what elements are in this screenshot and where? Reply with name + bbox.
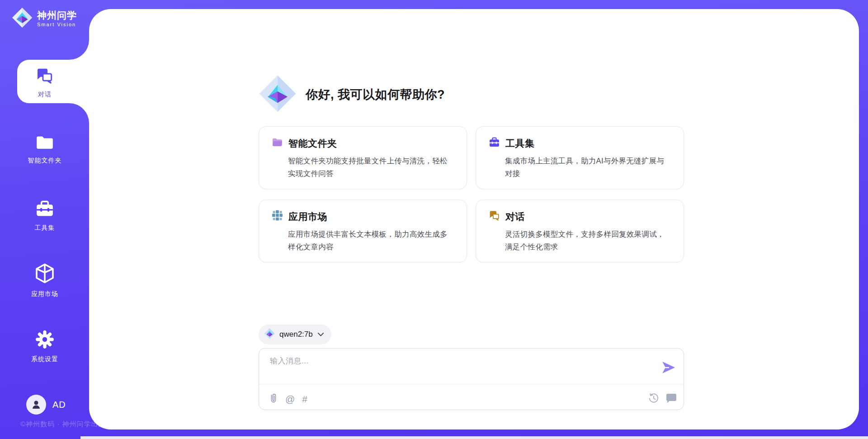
card-app-market[interactable]: 应用市场 应用市场提供丰富长文本模板，助力高效生成多样化文章内容: [259, 200, 467, 262]
greeting-block: 你好, 我可以如何帮助你?: [259, 75, 445, 115]
card-title: 智能文件夹: [288, 137, 337, 150]
avatar: [26, 395, 46, 415]
greeting-text: 你好, 我可以如何帮助你?: [306, 86, 445, 103]
sidebar-item-chat[interactable]: 对话: [0, 67, 90, 99]
message-composer: @ #: [259, 348, 684, 410]
brand-diamond-logo: [12, 7, 33, 30]
folder-card-icon: [272, 137, 283, 150]
history-icon[interactable]: [648, 393, 659, 406]
card-title: 对话: [505, 210, 525, 223]
card-description: 应用市场提供丰富长文本模板，助力高效生成多样化文章内容: [288, 228, 454, 253]
model-name: qwen2:7b: [279, 330, 313, 339]
composer-divider: [259, 384, 684, 384]
grid-card-icon: [272, 210, 283, 223]
sidebar-item-app-market[interactable]: 应用市场: [0, 263, 90, 298]
card-title: 应用市场: [288, 210, 327, 223]
sidebar-item-label: 工具集: [35, 224, 55, 232]
card-description: 集成市场上主流工具，助力AI与外界无缝扩展与对接: [505, 154, 671, 180]
chat-card-icon: [489, 210, 500, 223]
message-input[interactable]: [269, 355, 651, 381]
sidebar-item-smart-folder[interactable]: 智能文件夹: [0, 134, 90, 165]
paperclip-icon[interactable]: [269, 393, 278, 406]
user-name: AD: [52, 400, 66, 410]
cube-icon: [35, 263, 55, 286]
main-panel: 你好, 我可以如何帮助你? 智能文件夹 智能文件夹功能支持批量文件上传与清洗，轻…: [89, 9, 859, 429]
card-toolset[interactable]: 工具集 集成市场上主流工具，助力AI与外界无缝扩展与对接: [476, 126, 684, 189]
brand-diamond-logo: [259, 75, 297, 115]
card-chat[interactable]: 对话 灵活切换多模型文件，支持多样回复效果调试，满足个性化需求: [476, 200, 684, 262]
sidebar-item-settings[interactable]: 系统设置: [0, 330, 90, 363]
folder-icon: [35, 134, 54, 152]
composer-toolbar-left: @ #: [269, 393, 307, 406]
send-icon[interactable]: [661, 360, 676, 375]
brand-name: 神州问学: [37, 10, 77, 20]
card-description: 灵活切换多模型文件，支持多样回复效果调试，满足个性化需求: [505, 228, 671, 253]
sidebar-item-label: 应用市场: [31, 290, 58, 298]
bottom-edge-strip: [80, 436, 868, 439]
sidebar-item-label: 系统设置: [31, 355, 58, 363]
toolbox-card-icon: [489, 137, 500, 150]
card-title: 工具集: [505, 137, 535, 150]
sidebar-item-label: 智能文件夹: [28, 157, 62, 165]
brand-subtitle: Smart Vision: [37, 22, 77, 27]
chat-icon: [36, 67, 54, 86]
composer-toolbar-right: [648, 393, 677, 406]
toolbox-icon: [35, 200, 54, 220]
mention-icon[interactable]: @: [285, 393, 295, 405]
card-description: 智能文件夹功能支持批量文件上传与清洗，轻松实现文件问答: [288, 154, 454, 180]
brand: 神州问学 Smart Vision: [12, 7, 77, 30]
feature-cards: 智能文件夹 智能文件夹功能支持批量文件上传与清洗，轻松实现文件问答: [259, 126, 684, 262]
user-profile[interactable]: AD: [26, 395, 66, 415]
sidebar-item-toolset[interactable]: 工具集: [0, 200, 90, 232]
gear-icon: [35, 330, 54, 351]
model-diamond-logo: [264, 328, 275, 341]
hashtag-icon[interactable]: #: [302, 393, 307, 405]
model-selector[interactable]: qwen2:7b: [259, 324, 331, 344]
chat-bubble-icon[interactable]: [665, 393, 677, 406]
chevron-down-icon: [317, 330, 324, 339]
main-content: 你好, 我可以如何帮助你? 智能文件夹 智能文件夹功能支持批量文件上传与清洗，轻…: [259, 9, 684, 429]
copyright-footer: ©神州数码 · 神州问学出品: [20, 420, 105, 429]
sidebar: 神州问学 Smart Vision 对话 智能文件夹: [0, 0, 90, 439]
card-smart-folder[interactable]: 智能文件夹 智能文件夹功能支持批量文件上传与清洗，轻松实现文件问答: [259, 126, 467, 189]
sidebar-item-label: 对话: [38, 91, 52, 99]
